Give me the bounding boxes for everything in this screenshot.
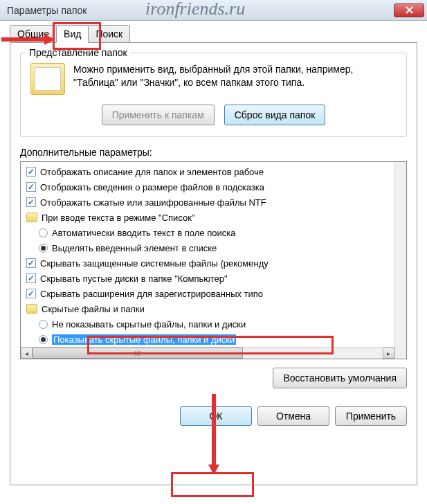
- folder-icon: [26, 213, 37, 222]
- advanced-settings-list[interactable]: Отображать описание для папок и элементо…: [20, 161, 407, 359]
- list-item[interactable]: Скрывать пустые диски в папке "Компьютер…: [22, 271, 405, 286]
- checkbox-icon[interactable]: [26, 182, 36, 192]
- folder-views-group: Представление папок Можно применить вид,…: [20, 53, 407, 137]
- list-item[interactable]: Отображать сведения о размере файлов в п…: [22, 179, 405, 195]
- scroll-right-icon[interactable]: ▸: [383, 348, 394, 359]
- annotation-arrow-down-icon: [208, 394, 220, 476]
- watermark-text: ironfriends.ru: [145, 0, 245, 19]
- vertical-scrollbar[interactable]: [394, 162, 406, 359]
- list-item[interactable]: При вводе текста в режиме "Список": [22, 210, 405, 225]
- window-title: Параметры папок: [7, 5, 87, 16]
- list-item[interactable]: Отображать сжатые или зашифрованные файл…: [22, 195, 405, 210]
- close-icon: [406, 6, 413, 14]
- radio-icon[interactable]: [39, 320, 48, 329]
- checkbox-icon[interactable]: [26, 258, 36, 268]
- scroll-thumb[interactable]: [33, 348, 243, 359]
- apply-button[interactable]: Применить: [335, 406, 407, 426]
- list-item[interactable]: Скрывать расширения для зарегистрированн…: [22, 286, 405, 301]
- tab-view[interactable]: Вид: [56, 25, 89, 43]
- folder-icon: [30, 63, 65, 95]
- list-item[interactable]: Отображать описание для папок и элементо…: [22, 164, 405, 179]
- scroll-left-icon[interactable]: ◂: [21, 348, 33, 359]
- folder-icon: [26, 304, 37, 314]
- close-button[interactable]: [394, 3, 424, 17]
- reset-folders-button[interactable]: Сброс вида папок: [224, 105, 326, 125]
- tab-search[interactable]: Поиск: [88, 25, 130, 43]
- list-item[interactable]: Скрывать защищенные системные файлы (рек…: [22, 255, 405, 271]
- annotation-arrow-icon: [1, 33, 55, 46]
- tab-strip: Общие Вид Поиск: [10, 25, 417, 43]
- radio-icon[interactable]: [39, 228, 48, 237]
- advanced-settings-label: Дополнительные параметры:: [20, 147, 407, 158]
- radio-icon[interactable]: [39, 244, 48, 253]
- horizontal-scrollbar[interactable]: ◂ ▸: [21, 347, 394, 359]
- list-item[interactable]: Автоматически вводить текст в поле поиск…: [22, 225, 405, 240]
- title-bar: Параметры папок ironfriends.ru: [0, 0, 427, 21]
- checkbox-icon[interactable]: [26, 289, 36, 298]
- list-item[interactable]: Скрытые файлы и папки: [22, 301, 405, 316]
- group-description: Можно применить вид, выбранный для этой …: [73, 63, 397, 95]
- checkbox-icon[interactable]: [26, 197, 36, 207]
- scroll-track[interactable]: [33, 348, 383, 359]
- list-item[interactable]: Не показывать скрытые файлы, папки и дис…: [22, 316, 405, 332]
- checkbox-icon[interactable]: [26, 167, 36, 177]
- checkbox-icon[interactable]: [26, 273, 36, 283]
- restore-defaults-button[interactable]: Восстановить умолчания: [273, 368, 407, 388]
- group-title: Представление папок: [26, 47, 130, 58]
- apply-to-folders-button[interactable]: Применить к папкам: [102, 105, 215, 125]
- list-item[interactable]: Выделять введенный элемент в списке: [22, 240, 405, 255]
- radio-icon[interactable]: [39, 335, 48, 344]
- list-item-selected[interactable]: Показывать скрытые файлы, папки и диски: [22, 332, 405, 347]
- cancel-button[interactable]: Отмена: [257, 406, 329, 426]
